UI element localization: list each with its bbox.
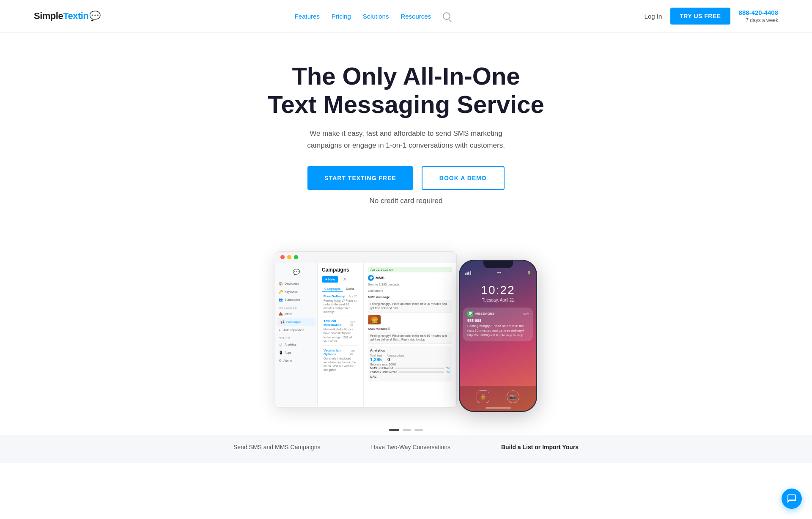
screenshot-wrapper: 💬 🏠Dashboard 🔑Keywords 👥Subscribers Mess… [275, 251, 537, 420]
hero-section: The Only All-In-One Text Messaging Servi… [0, 33, 812, 243]
total-sent-value: 1,395 [370, 357, 382, 362]
sidebar-autoresponders[interactable]: ↩Autoresponders [275, 326, 317, 334]
start-texting-button[interactable]: START TEXTING FREE [307, 166, 413, 190]
nav-links: Features Pricing Solutions Resources [295, 12, 450, 20]
phone-date: Tuesday, April 21 [460, 298, 536, 302]
campaign-item[interactable]: Free Delivery Apr 20 Feeling hungry? Pla… [322, 292, 359, 316]
phone-notification: 💬 MESSAGES now 555-888 Feeling hungry? P… [463, 308, 533, 341]
tab-drafts[interactable]: Drafts [343, 286, 357, 292]
logo-icon: 💬 [89, 11, 101, 22]
detail-sent-to-sub: Customers [368, 289, 452, 293]
hero-subtext: We make it easy, fast and affordable to … [304, 128, 508, 151]
sms-fallback-text: Feeling hungry? Place an order in the ne… [368, 332, 452, 344]
other-section-label: Other [275, 334, 317, 341]
screenshot-section: 💬 🏠Dashboard 🔑Keywords 👥Subscribers Mess… [0, 243, 812, 420]
fallback-undelivered-row: Fallback undelivered 0% [370, 371, 450, 373]
sidebar-subscribers[interactable]: 👥Subscribers [275, 296, 317, 304]
app-main-title: Campaigns [322, 267, 359, 273]
dot-1[interactable] [389, 429, 399, 431]
sidebar-analytics[interactable]: 📊Analytics [275, 341, 317, 349]
total-sent-label: Total Sent [370, 354, 382, 357]
detail-status: Apr 21, 10:22 am [368, 267, 452, 272]
dot-2[interactable] [403, 429, 411, 431]
app-detail: Apr 21, 10:22 am 💬 MMS Sent to 1,395 con… [363, 263, 456, 406]
notification-time: now [523, 312, 529, 315]
tab-campaigns[interactable]: Campaigns [322, 286, 343, 292]
sidebar-inbox[interactable]: 📥Inbox [275, 310, 317, 318]
campaign-list: Free Delivery Apr 20 Feeling hungry? Pla… [322, 292, 359, 374]
phone-time: 10:22 [460, 283, 536, 297]
messages-section-label: Messages [275, 304, 317, 310]
total-sent-col: Total Sent 1,395 [370, 354, 382, 362]
nav-resources[interactable]: Resources [401, 13, 431, 20]
campaign-item[interactable]: Vegetarian Options Feb 16 Our chefs intr… [322, 346, 359, 374]
dot-green [294, 255, 298, 259]
app-sidebar: 💬 🏠Dashboard 🔑Keywords 👥Subscribers Mess… [275, 263, 318, 406]
unsubscribed-label: Unsubscribed [387, 354, 404, 357]
app-main: Campaigns + New All Campaigns Drafts Fre… [318, 263, 363, 406]
sidebar-keywords[interactable]: 🔑Keywords [275, 288, 317, 296]
sidebar-dashboard[interactable]: 🏠Dashboard [275, 280, 317, 288]
sidebar-apps[interactable]: 📱Apps [275, 349, 317, 357]
battery-icon: 🔋 [527, 271, 531, 275]
new-campaign-button[interactable]: + New [322, 276, 338, 283]
features-row: Send SMS and MMS Campaigns Have Two-Way … [0, 444, 812, 450]
book-demo-button[interactable]: BOOK A DEMO [422, 166, 505, 190]
analytics-row: Total Sent 1,395 Unsubscribed 0 [370, 354, 450, 362]
mms-icon: 💬 [368, 275, 374, 281]
hero-buttons: START TEXTING FREE BOOK A DEMO [8, 166, 804, 190]
try-free-button[interactable]: TRY US FREE [670, 8, 730, 25]
search-icon[interactable] [443, 12, 450, 20]
phone-mock: ●● 🔋 10:22 Tuesday, April 21 💬 MESSAGES … [459, 260, 537, 412]
nav-right: Log In TRY US FREE 888-420-4408 7 days a… [645, 8, 778, 25]
notification-app: MESSAGES [475, 312, 494, 316]
dots-indicator [0, 420, 812, 435]
sidebar-campaigns[interactable]: 📢Campaigns [277, 318, 315, 326]
dot-yellow [287, 255, 291, 259]
wifi-icon: ●● [497, 271, 501, 275]
campaign-item[interactable]: 10% Off Milkshakes Nov 28 New milkshake … [322, 317, 359, 345]
logo[interactable]: SimpleTextin 💬 [34, 11, 101, 22]
nav-phone: 888-420-4408 7 days a week [739, 9, 778, 24]
bottom-features: Send SMS and MMS Campaigns Have Two-Way … [0, 435, 812, 463]
phone-bottom-bar: 🔒 📷 [460, 386, 536, 411]
window-titlebar [275, 252, 456, 263]
no-cc-text: No credit card required [304, 195, 508, 206]
app-toolbar: + New All [322, 276, 359, 283]
sidebar-logo: 💬 [275, 267, 317, 280]
phone-number: 888-420-4408 [739, 9, 778, 16]
feature-two-way: Have Two-Way Conversations [371, 444, 450, 450]
unsubscribed-value: 0 [387, 357, 404, 362]
phone-sub: 7 days a week [746, 17, 778, 23]
burger-image: 🍔 [368, 315, 381, 324]
signal-icon [465, 271, 471, 275]
dot-red [280, 255, 285, 259]
filter-all[interactable]: All [341, 276, 350, 283]
hero-headline: The Only All-In-One Text Messaging Servi… [258, 62, 554, 118]
notification-body: Feeling hungry? Place an order in the ne… [467, 324, 529, 338]
nav-solutions[interactable]: Solutions [363, 13, 389, 20]
logo-text: SimpleTextin [34, 11, 88, 22]
phone-camera-icon: 📷 [507, 390, 519, 403]
phone-notch [483, 261, 513, 268]
sidebar-admin[interactable]: ⚙Admin [275, 357, 317, 365]
mms-message-label: MMS message [368, 295, 452, 299]
phone-home-bar [486, 407, 511, 409]
messages-icon: 💬 [467, 311, 473, 317]
notification-header: 💬 MESSAGES now [467, 311, 529, 317]
app-body: 💬 🏠Dashboard 🔑Keywords 👥Subscribers Mess… [275, 263, 456, 406]
nav-pricing[interactable]: Pricing [332, 13, 351, 20]
analytics-box: Analytics Total Sent 1,395 Unsubscribed … [368, 346, 452, 382]
success-rate: Success rate: 100% [370, 363, 450, 366]
mms-message-text: Feeling hungry? Place an order in the ne… [368, 300, 452, 313]
login-link[interactable]: Log In [645, 13, 662, 20]
analytics-title: Analytics [370, 349, 450, 352]
unsubscribed-col: Unsubscribed 0 [387, 354, 404, 362]
mms-undelivered-row: MMS undelivered 0% [370, 367, 450, 370]
phone-lock-icon: 🔒 [477, 390, 489, 403]
sms-fallback-label: SMS fallback ℹ [368, 327, 452, 331]
dot-3[interactable] [414, 429, 423, 431]
nav-features[interactable]: Features [295, 13, 320, 20]
feature-sms-campaigns: Send SMS and MMS Campaigns [233, 444, 320, 450]
app-window: 💬 🏠Dashboard 🔑Keywords 👥Subscribers Mess… [275, 251, 457, 408]
